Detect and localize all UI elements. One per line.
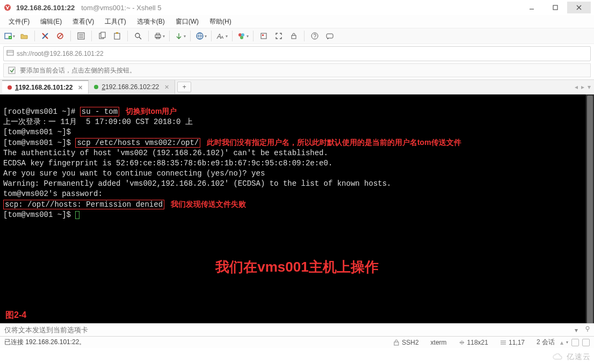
tab-next-button[interactable]: ▸ (581, 83, 584, 91)
svg-rect-38 (9, 67, 15, 74)
menu-tools[interactable]: 工具(T) (99, 16, 131, 28)
svg-rect-31 (262, 34, 264, 36)
add-session-icon[interactable] (7, 65, 17, 75)
svg-point-39 (586, 326, 589, 330)
num-indicator (582, 339, 590, 346)
svg-rect-32 (292, 35, 296, 39)
term-line: [tom@vms001 ~]$ scp /etc/hosts vms002:/o… (3, 139, 461, 147)
compose-pin-button[interactable] (581, 326, 594, 334)
tab-bar: 1 192.168.26.101:22 ✕ 2 192.168.26.102:2… (0, 79, 594, 94)
svg-point-19 (135, 33, 140, 38)
minimize-button[interactable] (520, 2, 544, 13)
address-bar (3, 46, 591, 61)
svg-rect-16 (101, 32, 105, 38)
term-line: [tom@vms001 ~]$ (3, 128, 71, 136)
lock-button[interactable] (287, 29, 301, 43)
compose-options-button[interactable]: ▾ (571, 326, 581, 334)
svg-rect-41 (394, 342, 399, 345)
svg-point-29 (240, 36, 243, 39)
add-tab-button[interactable]: + (177, 82, 191, 92)
status-protocol: SSH2 (393, 339, 418, 346)
disconnect-button[interactable] (53, 29, 67, 43)
tab-title: 192.168.26.102:22 (105, 83, 159, 91)
session-icon (4, 49, 17, 59)
svg-rect-2 (553, 5, 557, 10)
highlight-button[interactable] (257, 29, 271, 43)
watermark: 亿速云 (552, 352, 591, 362)
annotation-big: 我们在vms001主机上操作 (215, 262, 378, 272)
svg-text:A: A (221, 35, 224, 40)
status-bar: 已连接 192.168.26.101:22。 SSH2 xterm 118x21… (0, 336, 594, 348)
browser-button[interactable]: ▾ (194, 29, 208, 43)
chevron-icon[interactable]: ▾ (566, 340, 568, 345)
svg-point-0 (4, 4, 11, 11)
paste-button[interactable] (110, 29, 124, 43)
find-button[interactable] (131, 29, 145, 43)
fullscreen-button[interactable] (272, 29, 286, 43)
term-line: scp: /opt//hosts: Permission denied 我们发现… (3, 200, 246, 209)
menu-window[interactable]: 窗口(W) (170, 16, 204, 28)
menu-tabs[interactable]: 选项卡(B) (132, 16, 170, 28)
tab-title: 192.168.26.101:22 (19, 84, 73, 91)
feedback-button[interactable] (323, 29, 337, 43)
term-line: Are you sure you want to continue connec… (3, 169, 265, 178)
status-sessions: 2 会话 (537, 338, 555, 347)
address-input[interactable] (17, 48, 590, 60)
help-button[interactable]: ? (308, 29, 322, 43)
tab-session-1[interactable]: 1 192.168.26.101:22 ✕ (2, 80, 89, 94)
svg-text:?: ? (314, 33, 317, 39)
caps-indicator (571, 339, 579, 346)
toolbar: ▾ ▾ ▾ ▾ AA▾ ▾ ? (0, 28, 594, 44)
close-icon[interactable]: ✕ (164, 84, 169, 91)
tab-number: 1 (15, 84, 19, 91)
scrollbar[interactable] (585, 94, 594, 323)
menu-view[interactable]: 查看(V) (67, 16, 99, 28)
term-line: tom@vms002's password: (3, 190, 103, 198)
status-cursor-pos: 11,17 (500, 339, 525, 346)
term-line: Warning: Permanently added 'vms002,192.1… (3, 179, 392, 188)
new-session-button[interactable]: ▾ (2, 29, 16, 43)
color-button[interactable]: ▾ (236, 29, 250, 43)
svg-rect-18 (116, 32, 118, 34)
hint-text: 要添加当前会话，点击左侧的箭头按钮。 (20, 66, 136, 75)
tab-list-button[interactable]: ▾ (588, 83, 591, 91)
svg-rect-36 (7, 50, 13, 55)
xftp-button[interactable]: ▾ (173, 29, 187, 43)
position-icon (500, 339, 506, 346)
compose-input[interactable] (0, 324, 571, 336)
resize-icon (459, 339, 465, 346)
print-button[interactable]: ▾ (152, 29, 166, 43)
status-dot-icon (94, 85, 98, 89)
properties-button[interactable] (74, 29, 88, 43)
window-title-main: 192.168.26.101:22 (16, 4, 75, 12)
status-term-type: xterm (431, 339, 447, 346)
maximize-button[interactable] (544, 2, 567, 13)
status-connection: 已连接 192.168.26.101:22。 (4, 338, 85, 347)
close-icon[interactable]: ✕ (78, 84, 83, 91)
menu-help[interactable]: 帮助(H) (204, 16, 237, 28)
tab-nav: ◂ ▸ ▾ (575, 80, 594, 94)
chevron-icon[interactable]: ▴ (560, 339, 563, 346)
menu-edit[interactable]: 编辑(E) (35, 16, 67, 28)
title-bar: 192.168.26.101:22 tom@vms001:~ - Xshell … (0, 0, 594, 15)
status-size: 118x21 (459, 339, 488, 346)
open-button[interactable] (17, 29, 31, 43)
font-button[interactable]: AA▾ (215, 29, 229, 43)
figure-label: 图2-4 (5, 310, 26, 320)
tab-prev-button[interactable]: ◂ (575, 83, 578, 91)
svg-line-10 (58, 34, 62, 38)
menu-file[interactable]: 文件(F) (3, 16, 35, 28)
hint-bar: 要添加当前会话，点击左侧的箭头按钮。 (3, 63, 591, 77)
term-line: [tom@vms001 ~]$ (3, 210, 79, 219)
menu-bar: 文件(F) 编辑(E) 查看(V) 工具(T) 选项卡(B) 窗口(W) 帮助(… (0, 15, 594, 28)
app-icon (3, 3, 12, 12)
terminal[interactable]: [root@vms001 ~]# su - tom 切换到tom用户 上一次登录… (0, 94, 594, 323)
tab-session-2[interactable]: 2 192.168.26.102:22 ✕ (89, 80, 175, 94)
close-button[interactable] (567, 2, 591, 13)
term-line: 上一次登录：一 11月 5 17:09:00 CST 2018:0 上 (3, 118, 193, 126)
reconnect-button[interactable] (38, 29, 52, 43)
copy-button[interactable] (95, 29, 109, 43)
tab-number: 2 (102, 83, 105, 91)
lock-icon (393, 339, 400, 346)
term-line: The authenticity of host 'vms002 (192.16… (3, 149, 328, 157)
